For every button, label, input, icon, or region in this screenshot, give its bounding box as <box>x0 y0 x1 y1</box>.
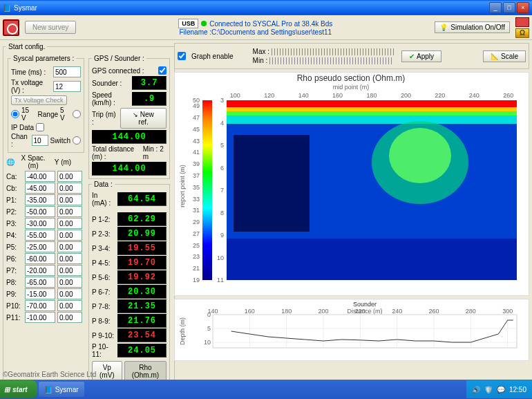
param-y-input[interactable] <box>57 171 82 182</box>
param-y-input[interactable] <box>57 230 82 241</box>
ip-data-checkbox[interactable] <box>36 123 44 131</box>
svg-text:140: 140 <box>298 92 309 99</box>
param-x-input[interactable] <box>25 206 55 217</box>
tray-icon[interactable]: 💬 <box>497 386 505 393</box>
param-y-input[interactable] <box>57 253 82 264</box>
pair-display: 20.99 <box>117 227 167 241</box>
param-y-input[interactable] <box>57 277 82 288</box>
graph-enable-checkbox[interactable] <box>178 52 186 60</box>
svg-text:10: 10 <box>217 254 224 261</box>
chan-input[interactable] <box>32 135 48 146</box>
connection-status: Connected to SYSCAL Pro at 38.4k Bds <box>209 20 332 28</box>
title-bar: 📘 Sysmar _ □ × <box>0 0 532 15</box>
param-y-input[interactable] <box>57 312 82 323</box>
svg-text:8: 8 <box>220 210 224 216</box>
svg-text:160: 160 <box>332 92 343 99</box>
pair-label: P 8-9: <box>92 317 115 325</box>
5v-radio[interactable] <box>73 110 81 118</box>
param-x-input[interactable] <box>25 194 55 205</box>
new-survey-button[interactable]: New survey <box>25 21 76 34</box>
switch-radio[interactable] <box>73 136 81 145</box>
param-x-input[interactable] <box>25 277 55 288</box>
power-button[interactable] <box>3 19 19 36</box>
pair-display: 24.05 <box>117 344 167 358</box>
param-label: P7: <box>6 267 23 275</box>
param-x-input[interactable] <box>25 218 55 229</box>
min-slider[interactable] <box>269 57 394 64</box>
svg-text:260: 260 <box>428 308 439 315</box>
new-ref-button[interactable]: ↘ New ref. <box>120 108 167 129</box>
svg-text:33: 33 <box>193 196 200 203</box>
system-tray[interactable]: 🔊 🛡️ 💬 12:50 <box>466 380 532 398</box>
svg-rect-24 <box>227 115 517 124</box>
time-input[interactable] <box>53 66 81 77</box>
ohm-button[interactable]: Ω <box>515 28 529 38</box>
param-y-input[interactable] <box>57 218 82 229</box>
svg-text:25: 25 <box>193 242 200 249</box>
filename-path: C:\Documents and Settings\user\test11 <box>211 28 332 36</box>
pair-display: 62.29 <box>117 212 167 226</box>
svg-text:Sounder: Sounder <box>353 301 377 308</box>
bulb-icon: 💡 <box>439 24 448 31</box>
simulation-button[interactable]: 💡 Simulation On/Off <box>435 21 510 33</box>
tray-icon[interactable]: 🛡️ <box>484 386 493 393</box>
apply-button[interactable]: ✔Apply <box>401 50 441 62</box>
param-label: P2: <box>6 208 23 216</box>
param-y-input[interactable] <box>57 288 82 299</box>
param-x-input[interactable] <box>25 300 55 311</box>
svg-text:35: 35 <box>193 184 200 191</box>
close-button[interactable]: × <box>517 2 529 13</box>
param-label: P6: <box>6 255 23 263</box>
maximize-button[interactable]: □ <box>503 2 515 13</box>
param-y-input[interactable] <box>57 194 82 205</box>
tx-voltage-check-button[interactable]: Tx Voltage Check <box>11 95 67 105</box>
vp-button[interactable]: Vp (mV) <box>92 361 122 382</box>
svg-text:Depth (m): Depth (m) <box>179 317 186 345</box>
param-x-input[interactable] <box>25 265 55 276</box>
param-y-input[interactable] <box>57 183 82 194</box>
tray-icon[interactable]: 🔊 <box>472 386 480 393</box>
param-y-input[interactable] <box>57 241 82 252</box>
svg-text:100: 100 <box>230 92 240 99</box>
param-y-input[interactable] <box>57 206 82 217</box>
pair-label: P 4-5: <box>92 259 115 267</box>
svg-text:5: 5 <box>207 325 211 332</box>
minimize-button[interactable]: _ <box>489 2 502 13</box>
param-x-input[interactable] <box>25 171 55 182</box>
chart-controls: Graph enable Max : Min : ✔Apply 📐Scale <box>174 43 529 69</box>
param-x-input[interactable] <box>25 253 55 264</box>
param-label: P11: <box>6 314 23 322</box>
scale-button[interactable]: 📐Scale <box>483 50 526 62</box>
max-slider[interactable] <box>272 48 396 55</box>
ruler-icon: 📐 <box>491 53 499 60</box>
param-x-input[interactable] <box>25 183 55 194</box>
param-x-input[interactable] <box>25 230 55 241</box>
param-x-input[interactable] <box>25 288 55 299</box>
param-y-input[interactable] <box>57 300 82 311</box>
15v-radio[interactable] <box>11 110 19 118</box>
svg-text:280: 280 <box>466 308 476 315</box>
pair-label: P 5-6: <box>92 274 115 281</box>
syscal-params-group: Syscal parameters : Time (ms) : Tx volta… <box>8 55 84 153</box>
clock: 12:50 <box>509 386 526 393</box>
svg-text:6: 6 <box>220 165 224 171</box>
red-indicator-button[interactable] <box>515 17 529 27</box>
footer-copyright: ©Geomatrix Earth Science Ltd <box>3 371 96 378</box>
svg-text:19: 19 <box>193 277 200 284</box>
svg-text:43: 43 <box>193 138 200 145</box>
svg-rect-29 <box>227 239 517 280</box>
param-x-input[interactable] <box>25 312 55 323</box>
filename-label: Filename : <box>179 28 211 36</box>
rho-button[interactable]: Rho (Ohm.m) <box>124 361 167 382</box>
param-label: P5: <box>6 243 23 251</box>
pair-label: P 7-8: <box>92 303 115 310</box>
tx-voltage-input[interactable] <box>53 81 81 92</box>
in-display: 64.54 <box>117 192 167 206</box>
taskbar-app-button[interactable]: 📘Sysmar <box>39 382 84 397</box>
param-y-input[interactable] <box>57 265 82 276</box>
start-menu-button[interactable]: ⊞start <box>0 380 37 398</box>
gps-connected-checkbox[interactable] <box>158 66 167 75</box>
svg-text:220: 220 <box>435 92 445 99</box>
pair-display: 20.30 <box>117 285 167 299</box>
param-x-input[interactable] <box>25 241 55 252</box>
